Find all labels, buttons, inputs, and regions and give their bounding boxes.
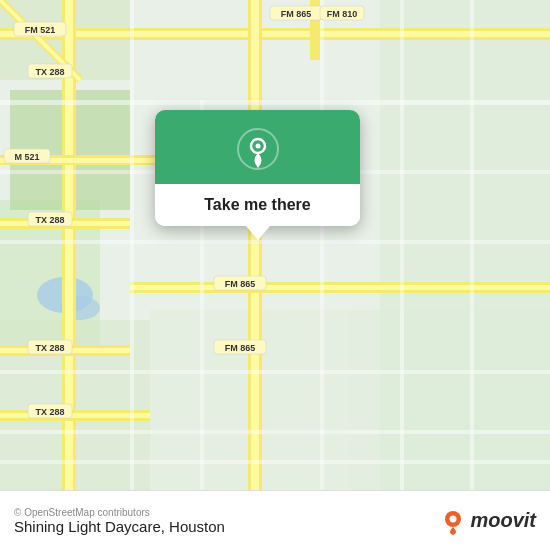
location-popup: Take me there — [155, 110, 360, 226]
moovit-pin-icon — [439, 507, 467, 535]
moovit-brand-text: moovit — [470, 509, 536, 532]
bottom-bar: © OpenStreetMap contributors Shining Lig… — [0, 490, 550, 550]
svg-rect-22 — [130, 285, 550, 290]
svg-text:TX 288: TX 288 — [35, 343, 64, 353]
svg-text:M 521: M 521 — [14, 152, 39, 162]
location-info: © OpenStreetMap contributors Shining Lig… — [14, 507, 225, 535]
svg-text:TX 288: TX 288 — [35, 215, 64, 225]
svg-text:TX 288: TX 288 — [35, 407, 64, 417]
svg-rect-26 — [0, 413, 150, 418]
svg-point-64 — [450, 515, 457, 522]
svg-text:FM 865: FM 865 — [281, 9, 312, 19]
svg-rect-31 — [0, 430, 550, 434]
svg-rect-11 — [0, 31, 550, 37]
svg-rect-32 — [0, 460, 550, 464]
svg-text:FM 521: FM 521 — [25, 25, 56, 35]
svg-rect-29 — [0, 240, 550, 244]
map-background: FM 521 FM 865 FM 810 TX 288 M 521 TX 288… — [0, 0, 550, 490]
svg-point-62 — [255, 144, 260, 149]
take-me-there-button[interactable]: Take me there — [155, 184, 360, 226]
svg-text:FM 810: FM 810 — [327, 9, 358, 19]
moovit-logo: moovit — [439, 507, 536, 535]
svg-rect-36 — [400, 0, 404, 490]
location-pin-icon — [237, 128, 279, 170]
map-container: FM 521 FM 865 FM 810 TX 288 M 521 TX 288… — [0, 0, 550, 490]
popup-header — [155, 110, 360, 184]
svg-rect-37 — [470, 0, 474, 490]
svg-rect-33 — [130, 0, 134, 490]
popup-tail — [246, 226, 270, 240]
svg-rect-15 — [251, 0, 259, 490]
svg-text:FM 865: FM 865 — [225, 279, 256, 289]
svg-rect-30 — [0, 370, 550, 374]
svg-text:TX 288: TX 288 — [35, 67, 64, 77]
svg-rect-35 — [320, 0, 324, 490]
location-name: Shining Light Daycare, Houston — [14, 518, 225, 535]
svg-text:FM 865: FM 865 — [225, 343, 256, 353]
map-attribution: © OpenStreetMap contributors — [14, 507, 225, 518]
svg-rect-27 — [0, 100, 550, 105]
